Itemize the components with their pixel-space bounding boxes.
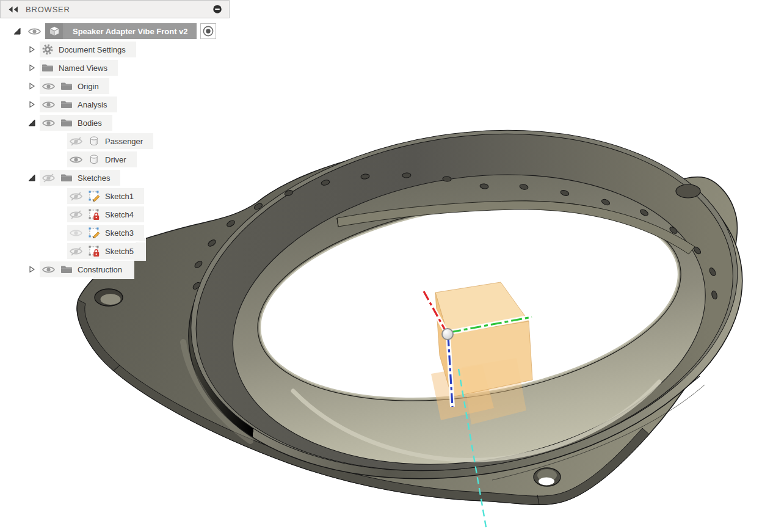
tree-item-label[interactable]: Sketch3 [105,228,134,238]
sketch-locked-icon [88,245,100,257]
visibility-eye-icon[interactable] [69,155,83,164]
gear-icon [42,43,54,56]
disclosure-expanded-icon[interactable] [27,173,36,182]
visibility-eye-icon[interactable] [42,100,56,109]
sketch-icon [88,227,100,239]
tree-row-passenger[interactable]: Passenger [0,132,230,150]
tree-row-document-settings[interactable]: Document Settings [0,40,230,59]
visibility-eye-icon[interactable] [42,118,56,128]
selected-item-chip[interactable]: Speaker Adapter Vibe Front v2 [45,23,197,39]
disclosure-expanded-icon[interactable] [27,118,36,127]
panel-collapse-icon[interactable] [7,5,19,13]
tree-row-driver[interactable]: Driver [0,150,230,169]
origin-point[interactable] [442,329,453,340]
panel-title: BROWSER [26,5,206,14]
disclosure-collapsed-icon[interactable] [27,45,36,54]
visibility-eye-icon[interactable] [42,82,56,91]
tree-item-label[interactable]: Driver [105,155,126,164]
left-ear-hole[interactable] [95,289,123,306]
tree-item-label[interactable]: Origin [78,82,99,91]
tree-item-label[interactable]: Speaker Adapter Vibe Front v2 [64,27,197,36]
disclosure-expanded-icon[interactable] [13,27,21,35]
fusion-app-region: BROWSER Speaker Adapter Vibe Front v2 Do… [0,0,762,532]
tree-row-analysis[interactable]: Analysis [0,95,230,114]
visibility-eye-dim-icon[interactable] [69,228,83,238]
tree-row-sketches[interactable]: Sketches [0,169,230,187]
tree-item-label[interactable]: Sketches [78,173,110,183]
disclosure-collapsed-icon[interactable] [27,265,36,274]
tree-item-label[interactable]: Sketch5 [105,247,134,256]
tree-item-label[interactable]: Sketch4 [105,210,134,219]
folder-icon [60,263,73,275]
disclosure-collapsed-icon[interactable] [27,64,36,72]
tree-row-sketch3[interactable]: Sketch3 [0,224,230,242]
visibility-eye-off-icon[interactable] [69,137,83,146]
tree-item-label[interactable]: Construction [78,265,122,274]
tree-item-label[interactable]: Analysis [78,100,107,109]
bottom-ear-hole[interactable] [534,468,561,486]
tree-row-sketch4[interactable]: Sketch4 [0,205,230,224]
tree-row-named-views[interactable]: Named Views [0,59,230,77]
browser-panel-header: BROWSER [0,0,230,18]
visibility-eye-icon[interactable] [42,265,56,274]
panel-minimize-icon[interactable] [212,4,222,14]
folder-icon [60,117,73,129]
folder-icon [42,62,54,74]
component-icon [45,23,64,39]
active-component-radio[interactable] [200,23,216,39]
folder-icon [60,80,73,92]
disclosure-collapsed-icon[interactable] [27,100,36,109]
tree-item-label[interactable]: Sketch1 [105,192,134,201]
tree-row-root-component[interactable]: Speaker Adapter Vibe Front v2 [0,22,230,40]
tree-row-sketch1[interactable]: Sketch1 [0,187,230,205]
visibility-eye-off-icon[interactable] [69,247,83,256]
folder-icon [60,172,73,184]
folder-icon [60,98,73,111]
visibility-eye-off-icon[interactable] [69,210,83,219]
body-cylinder-icon [88,153,100,166]
visibility-eye-off-icon[interactable] [69,192,83,201]
right-ear-countersink[interactable] [676,184,700,198]
tree-item-label[interactable]: Document Settings [59,45,126,54]
tree-row-sketch5[interactable]: Sketch5 [0,242,230,260]
body-cylinder-icon [88,135,100,147]
sketch-icon [88,190,100,202]
disclosure-collapsed-icon[interactable] [27,82,36,90]
visibility-eye-off-icon[interactable] [42,173,56,183]
tree-item-label[interactable]: Bodies [78,118,102,128]
tree-row-bodies[interactable]: Bodies [0,114,230,132]
tree-item-label[interactable]: Passenger [105,137,143,146]
tree-item-label[interactable]: Named Views [59,64,107,73]
browser-tree: Speaker Adapter Vibe Front v2 Document S… [0,18,230,279]
tree-row-construction[interactable]: Construction [0,260,230,279]
sketch-locked-icon [88,208,100,220]
visibility-eye-icon[interactable] [27,27,42,36]
tree-row-origin[interactable]: Origin [0,77,230,95]
browser-panel: BROWSER Speaker Adapter Vibe Front v2 Do… [0,0,230,279]
